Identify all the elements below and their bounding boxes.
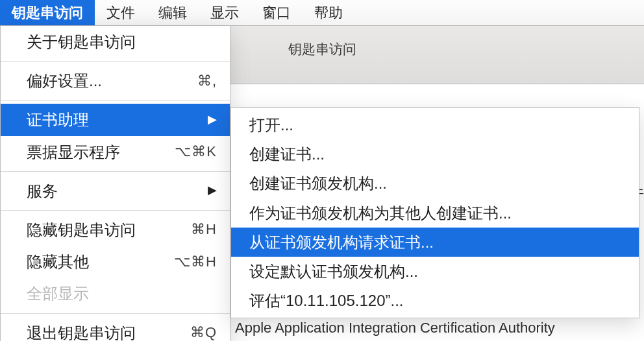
menu-ticket-viewer-label: 票据显示程序 bbox=[27, 140, 120, 164]
menu-hide-others-shortcut: ⌥⌘H bbox=[174, 251, 217, 273]
menu-ticket-viewer-shortcut: ⌥⌘K bbox=[175, 141, 217, 163]
menubar-view[interactable]: 显示 bbox=[199, 0, 251, 25]
submenu-arrow-icon: ▶ bbox=[208, 182, 217, 200]
menu-services[interactable]: 服务 ▶ bbox=[1, 175, 230, 207]
menu-services-label: 服务 bbox=[27, 179, 58, 203]
menu-hide-app-label: 隐藏钥匙串访问 bbox=[27, 218, 136, 242]
menu-quit-shortcut: ⌘Q bbox=[190, 322, 217, 341]
submenu-create-for-others-label: 作为证书颁发机构为其他人创建证书... bbox=[249, 201, 512, 225]
menu-show-all: 全部显示 bbox=[1, 277, 230, 309]
window-title: 钥匙串访问 bbox=[288, 40, 356, 58]
menu-about-label: 关于钥匙串访问 bbox=[27, 30, 136, 54]
submenu-create-cert-label: 创建证书... bbox=[249, 142, 325, 166]
menubar-file[interactable]: 文件 bbox=[95, 0, 147, 25]
menu-preferences[interactable]: 偏好设置... ⌘, bbox=[1, 65, 230, 97]
menu-hide-others[interactable]: 隐藏其他 ⌥⌘H bbox=[1, 246, 230, 277]
menu-hide-app-shortcut: ⌘H bbox=[191, 218, 217, 241]
submenu-open[interactable]: 打开... bbox=[231, 110, 639, 139]
menu-quit-label: 退出钥匙串访问 bbox=[27, 321, 136, 342]
submenu-request-from-ca[interactable]: 从证书颁发机构请求证书... bbox=[231, 228, 639, 257]
submenu-open-label: 打开... bbox=[249, 113, 293, 137]
menu-cert-assistant-label: 证书助理 bbox=[27, 108, 89, 132]
menubar-app[interactable]: 钥匙串访问 bbox=[0, 0, 95, 25]
submenu-create-for-others[interactable]: 作为证书颁发机构为其他人创建证书... bbox=[231, 198, 639, 228]
menu-preferences-label: 偏好设置... bbox=[27, 69, 102, 93]
menu-separator bbox=[1, 61, 230, 62]
menu-about[interactable]: 关于钥匙串访问 bbox=[1, 26, 230, 58]
menu-separator bbox=[1, 100, 230, 100]
menubar-edit[interactable]: 编辑 bbox=[147, 0, 199, 25]
menu-separator bbox=[1, 313, 230, 314]
menu-show-all-label: 全部显示 bbox=[27, 281, 89, 305]
submenu-create-cert[interactable]: 创建证书... bbox=[231, 139, 639, 169]
submenu-arrow-icon: ▶ bbox=[208, 111, 217, 129]
menubar-help[interactable]: 帮助 bbox=[303, 0, 354, 25]
submenu-create-ca-label: 创建证书颁发机构... bbox=[249, 171, 387, 195]
submenu-evaluate-label: 评估“10.11.105.120”... bbox=[249, 288, 403, 312]
submenu-set-default-ca-label: 设定默认证书颁发机构... bbox=[249, 259, 418, 283]
list-item-ca[interactable]: Apple Application Integration Certificat… bbox=[235, 320, 555, 336]
menu-ticket-viewer[interactable]: 票据显示程序 ⌥⌘K bbox=[1, 136, 230, 168]
menu-hide-app[interactable]: 隐藏钥匙串访问 ⌘H bbox=[1, 214, 230, 246]
menubar-window[interactable]: 窗口 bbox=[251, 0, 303, 25]
submenu-request-from-ca-label: 从证书颁发机构请求证书... bbox=[249, 230, 434, 254]
menu-quit[interactable]: 退出钥匙串访问 ⌘Q bbox=[1, 317, 230, 342]
submenu-create-ca[interactable]: 创建证书颁发机构... bbox=[231, 169, 639, 198]
menu-preferences-shortcut: ⌘, bbox=[197, 70, 217, 92]
menu-hide-others-label: 隐藏其他 bbox=[27, 250, 89, 274]
cert-assistant-submenu: 打开... 创建证书... 创建证书颁发机构... 作为证书颁发机构为其他人创建… bbox=[230, 107, 639, 318]
submenu-evaluate[interactable]: 评估“10.11.105.120”... bbox=[231, 286, 639, 315]
menu-cert-assistant[interactable]: 证书助理 ▶ bbox=[1, 104, 230, 135]
submenu-set-default-ca[interactable]: 设定默认证书颁发机构... bbox=[231, 257, 639, 286]
menu-separator bbox=[1, 171, 230, 172]
app-menu: 关于钥匙串访问 偏好设置... ⌘, 证书助理 ▶ 票据显示程序 ⌥⌘K 服务 … bbox=[0, 26, 230, 341]
menubar: 钥匙串访问 文件 编辑 显示 窗口 帮助 bbox=[0, 0, 644, 26]
menu-separator bbox=[1, 210, 230, 211]
